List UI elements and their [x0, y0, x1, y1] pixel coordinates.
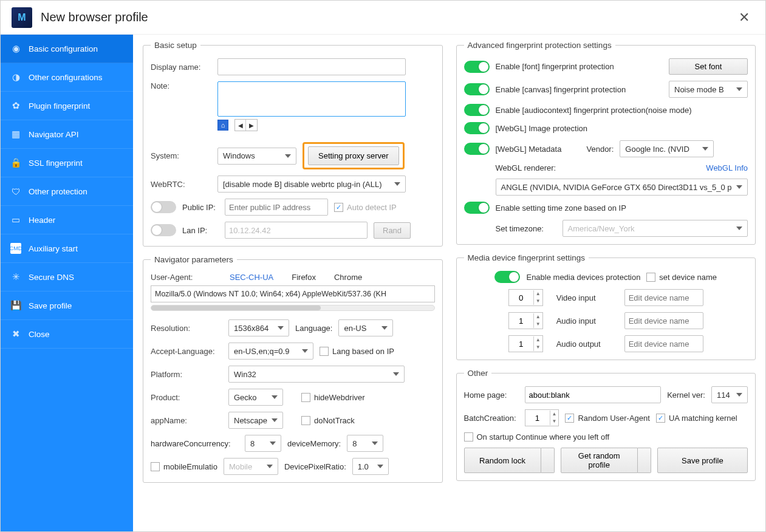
- on-startup-continue-checkbox[interactable]: On startup Continue where you left off: [464, 432, 610, 442]
- sidebar-item-ssl-fingerprint[interactable]: 🔒SSL fingerprint: [1, 149, 133, 177]
- hw-concurrency-value: 8: [250, 439, 255, 448]
- home-page-input[interactable]: [525, 386, 662, 403]
- get-random-profile-split-button[interactable]: Get random profile: [561, 448, 651, 473]
- video-input-value[interactable]: [509, 290, 533, 305]
- webgl-metadata-toggle[interactable]: [464, 143, 490, 155]
- up-icon[interactable]: ▲: [534, 336, 542, 344]
- close-icon[interactable]: ✕: [734, 7, 754, 28]
- random-lock-split-button[interactable]: Random lock: [464, 448, 555, 473]
- kernel-ver-select[interactable]: 114: [711, 386, 748, 403]
- timezone-select[interactable]: America/New_York: [563, 220, 748, 237]
- sidebar-item-navigator-api[interactable]: ▦Navigator API: [1, 120, 133, 149]
- lang-based-on-ip-checkbox[interactable]: Lang based on IP: [320, 347, 394, 356]
- lang-based-label: Lang based on IP: [332, 347, 394, 356]
- audio-output-device-name-input[interactable]: [624, 335, 703, 352]
- tab-firefox[interactable]: Firefox: [292, 273, 316, 282]
- webgl-metadata-label: [WebGL] Metadata: [496, 145, 581, 154]
- sidebar-item-basic-configuration[interactable]: ◉Basic configuration: [1, 35, 133, 63]
- next-icon[interactable]: ▶: [246, 120, 257, 131]
- nav-arrows[interactable]: ◀▶: [234, 119, 258, 131]
- get-random-profile-button[interactable]: Get random profile: [561, 448, 638, 473]
- webgl-info-link[interactable]: WebGL Info: [706, 163, 748, 172]
- down-icon[interactable]: ▼: [534, 321, 542, 328]
- rand-button[interactable]: Rand: [374, 222, 411, 239]
- home-icon[interactable]: ⌂: [217, 120, 228, 131]
- device-pixel-ratio-select[interactable]: 1.0: [352, 458, 389, 475]
- audio-input-value[interactable]: [509, 313, 533, 329]
- audio-output-value[interactable]: [509, 336, 533, 352]
- system-value: Windows: [223, 151, 255, 160]
- noise-mode-select[interactable]: Noise mode B: [669, 81, 748, 98]
- font-protection-toggle[interactable]: [464, 61, 490, 73]
- up-icon[interactable]: ▲: [534, 290, 542, 298]
- down-icon[interactable]: ▼: [534, 344, 542, 351]
- save-profile-button[interactable]: Save profile: [657, 448, 748, 473]
- timezone-value: America/New_York: [568, 224, 635, 233]
- sidebar-item-close[interactable]: ✖Close: [1, 320, 133, 349]
- sidebar-item-plugin-fingerprint[interactable]: ✿Plugin fingerprint: [1, 92, 133, 120]
- sidebar-item-save-profile[interactable]: 💾Save profile: [1, 292, 133, 320]
- system-select[interactable]: Windows: [217, 148, 296, 165]
- random-user-agent-checkbox[interactable]: ✓Random User-Agent: [565, 414, 650, 423]
- batch-value[interactable]: [525, 410, 550, 426]
- vendor-select[interactable]: Google Inc. (NVID: [620, 140, 714, 157]
- resolution-select[interactable]: 1536x864: [228, 319, 289, 336]
- timezone-toggle[interactable]: [464, 202, 490, 214]
- platform-select[interactable]: Win32: [228, 366, 405, 383]
- ua-matching-kernel-checkbox[interactable]: ✓UA matching kernel: [656, 414, 737, 423]
- sidebar-item-header[interactable]: ▭Header: [1, 206, 133, 234]
- product-select[interactable]: Gecko: [228, 389, 283, 406]
- webrtc-select[interactable]: [disable mode B] disable webrtc plug-in …: [217, 176, 406, 193]
- lan-ip-input[interactable]: [225, 222, 368, 239]
- audio-protection-toggle[interactable]: [464, 104, 490, 116]
- device-memory-select[interactable]: 8: [347, 435, 383, 452]
- appname-select[interactable]: Netscape: [228, 412, 283, 429]
- webgl-image-toggle[interactable]: [464, 122, 490, 134]
- ua-scrollbar[interactable]: [151, 305, 435, 311]
- display-name-input[interactable]: [217, 58, 406, 75]
- legend: Advanced fingerprint protection settings: [464, 41, 615, 50]
- up-icon[interactable]: ▲: [550, 411, 559, 418]
- webrtc-value: [disable mode B] disable webrtc plug-in …: [223, 180, 382, 189]
- auto-detect-ip-checkbox[interactable]: ✓Auto detect IP: [334, 203, 397, 212]
- video-device-name-input[interactable]: [624, 289, 703, 306]
- tab-sec-ch-ua[interactable]: SEC-CH-UA: [230, 273, 273, 282]
- video-input-spinner[interactable]: ▲▼: [508, 289, 543, 306]
- donottrack-checkbox[interactable]: doNotTrack: [301, 416, 355, 425]
- hardware-concurrency-select[interactable]: 8: [245, 435, 281, 452]
- user-agent-value[interactable]: Mozilla/5.0 (Windows NT 10.0; Win64; x64…: [151, 285, 435, 302]
- sidebar-item-auxiliary-start[interactable]: CMDAuxiliary start: [1, 234, 133, 263]
- audio-input-device-name-input[interactable]: [624, 312, 703, 329]
- prev-icon[interactable]: ◀: [235, 120, 246, 131]
- set-device-name-checkbox[interactable]: set device name: [646, 273, 717, 282]
- tab-chrome[interactable]: Chrome: [334, 273, 362, 282]
- language-select[interactable]: en-US: [338, 319, 393, 336]
- sidebar-item-secure-dns[interactable]: ✳Secure DNS: [1, 263, 133, 292]
- hardware-concurrency-label: hardwareConcurrency:: [151, 439, 239, 448]
- lan-ip-toggle[interactable]: [151, 224, 176, 236]
- sidebar-item-other-configurations[interactable]: ◑Other configurations: [1, 63, 133, 92]
- media-protection-toggle[interactable]: [494, 271, 520, 283]
- sidebar-item-other-protection[interactable]: 🛡Other protection: [1, 177, 133, 206]
- webgl-renderer-select[interactable]: ANGLE (NVIDIA, NVIDIA GeForce GTX 650 Di…: [496, 179, 748, 196]
- note-textarea[interactable]: [217, 81, 406, 117]
- down-icon[interactable]: ▼: [534, 298, 542, 305]
- mobile-emulation-select[interactable]: Mobile: [224, 458, 278, 475]
- set-font-button[interactable]: Set font: [669, 58, 748, 75]
- accept-language-select[interactable]: en-US,en;q=0.9: [228, 343, 313, 360]
- batch-creation-spinner[interactable]: ▲▼: [525, 409, 559, 426]
- canvas-protection-toggle[interactable]: [464, 83, 490, 95]
- public-ip-toggle[interactable]: [151, 201, 176, 213]
- font-protection-label: Enable [font] fingerprint protection: [496, 62, 663, 71]
- mobile-emulation-checkbox[interactable]: mobileEmulatio: [151, 462, 217, 471]
- public-ip-input[interactable]: [225, 199, 328, 216]
- audio-input-spinner[interactable]: ▲▼: [508, 312, 543, 329]
- setting-proxy-server-button[interactable]: Setting proxy server: [308, 146, 399, 165]
- audio-output-spinner[interactable]: ▲▼: [508, 335, 543, 352]
- down-icon[interactable]: ▼: [550, 418, 559, 425]
- up-icon[interactable]: ▲: [534, 313, 542, 321]
- chevron-down-icon[interactable]: [541, 448, 555, 473]
- chevron-down-icon[interactable]: [638, 448, 651, 473]
- hide-webdriver-checkbox[interactable]: hideWebdriver: [301, 393, 365, 402]
- random-lock-button[interactable]: Random lock: [464, 448, 541, 473]
